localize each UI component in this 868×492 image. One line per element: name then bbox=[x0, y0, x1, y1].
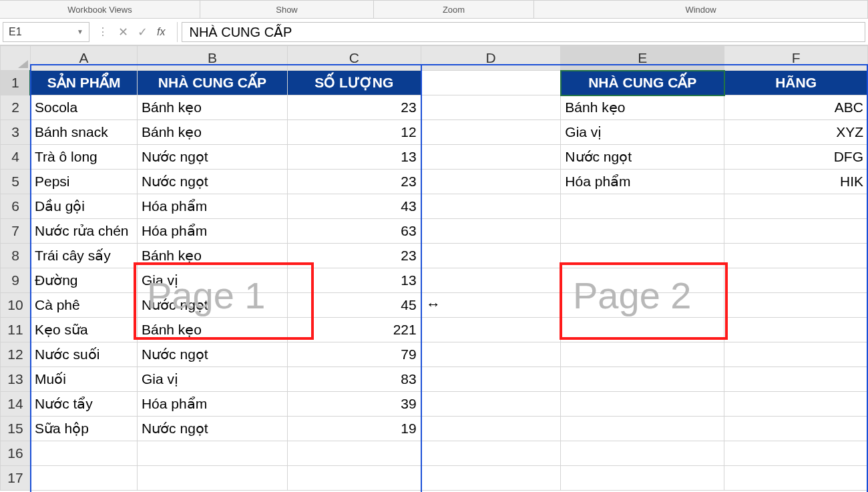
cell[interactable]: Socola bbox=[30, 95, 137, 120]
cell[interactable] bbox=[561, 194, 724, 219]
cell[interactable]: HIK bbox=[724, 170, 868, 194]
cell[interactable]: HÃNG bbox=[724, 71, 868, 95]
cell[interactable]: 23 bbox=[287, 170, 421, 194]
cell[interactable]: Hóa phẩm bbox=[137, 392, 287, 417]
row-head[interactable]: 13 bbox=[1, 367, 31, 392]
table-row[interactable]: 11Kẹo sữaBánh kẹo221 bbox=[1, 318, 868, 342]
col-head-B[interactable]: B bbox=[137, 46, 287, 71]
row-head[interactable]: 6 bbox=[1, 194, 31, 219]
table-row[interactable]: 12Nước suốiNước ngọt79 bbox=[1, 342, 868, 367]
cell[interactable] bbox=[421, 441, 561, 466]
cell[interactable]: Nước ngọt bbox=[137, 293, 287, 318]
table-row[interactable]: 9ĐườngGia vị13 bbox=[1, 268, 868, 293]
cell[interactable] bbox=[561, 318, 724, 342]
cell[interactable]: Nước ngọt bbox=[137, 145, 287, 170]
cell[interactable]: DFG bbox=[724, 145, 868, 170]
cell[interactable] bbox=[724, 268, 868, 293]
cell[interactable]: Dầu gội bbox=[30, 194, 137, 219]
sheet-area[interactable]: A B C D E F 1 SẢN PHẨM NHÀ CUNG CẤP SỐ L… bbox=[0, 45, 868, 492]
cell[interactable] bbox=[137, 466, 287, 491]
cell[interactable] bbox=[421, 367, 561, 392]
row-head[interactable]: 10 bbox=[1, 293, 31, 318]
cell[interactable]: Trà ô long bbox=[30, 145, 137, 170]
cell[interactable]: Bánh kẹo bbox=[137, 318, 287, 342]
cell[interactable] bbox=[421, 71, 561, 95]
cell[interactable] bbox=[724, 318, 868, 342]
cell[interactable]: Muối bbox=[30, 367, 137, 392]
row-head-1[interactable]: 1 bbox=[1, 71, 31, 95]
col-head-F[interactable]: F bbox=[724, 46, 868, 71]
cell[interactable]: Hóa phẩm bbox=[561, 170, 724, 194]
cell-active[interactable]: NHÀ CUNG CẤP bbox=[561, 71, 724, 95]
cell[interactable]: 63 bbox=[287, 219, 421, 244]
cell[interactable] bbox=[561, 244, 724, 268]
cell[interactable] bbox=[421, 466, 561, 491]
row-head[interactable]: 5 bbox=[1, 170, 31, 194]
cell[interactable]: Nước ngọt bbox=[137, 342, 287, 367]
table-row[interactable]: 4Trà ô longNước ngọt13Nước ngọtDFG bbox=[1, 145, 868, 170]
cell[interactable]: Gia vị bbox=[561, 120, 724, 145]
cell[interactable]: 12 bbox=[287, 120, 421, 145]
cell[interactable]: Cà phê bbox=[30, 293, 137, 318]
cell[interactable] bbox=[724, 219, 868, 244]
cell[interactable]: 45 bbox=[287, 293, 421, 318]
cell[interactable] bbox=[724, 194, 868, 219]
row-head[interactable]: 11 bbox=[1, 318, 31, 342]
cell[interactable] bbox=[561, 417, 724, 441]
cell[interactable] bbox=[137, 441, 287, 466]
col-head-D[interactable]: D bbox=[421, 46, 561, 71]
table-row[interactable]: 10Cà phêNước ngọt45 bbox=[1, 293, 868, 318]
table-row[interactable]: 6Dầu gộiHóa phẩm43 bbox=[1, 194, 868, 219]
cell[interactable]: 43 bbox=[287, 194, 421, 219]
cell[interactable]: Bánh kẹo bbox=[137, 244, 287, 268]
col-head-E[interactable]: E bbox=[561, 46, 724, 71]
cell[interactable] bbox=[724, 392, 868, 417]
row-head[interactable]: 17 bbox=[1, 466, 31, 491]
page-break-line-vertical[interactable] bbox=[421, 64, 422, 492]
table-row[interactable]: 17 bbox=[1, 466, 868, 491]
cell[interactable] bbox=[421, 417, 561, 441]
cell[interactable]: XYZ bbox=[724, 120, 868, 145]
enter-icon[interactable]: ✓ bbox=[138, 25, 148, 39]
cell[interactable]: 39 bbox=[287, 392, 421, 417]
cell[interactable] bbox=[724, 244, 868, 268]
cell[interactable] bbox=[561, 367, 724, 392]
cell[interactable] bbox=[421, 293, 561, 318]
cell[interactable]: Bánh snack bbox=[30, 120, 137, 145]
cancel-icon[interactable]: ✕ bbox=[118, 25, 128, 39]
cell[interactable] bbox=[561, 342, 724, 367]
table-row[interactable]: 13MuốiGia vị83 bbox=[1, 367, 868, 392]
table-row[interactable]: 8Trái cây sấyBánh kẹo23 bbox=[1, 244, 868, 268]
row-head[interactable]: 8 bbox=[1, 244, 31, 268]
cell[interactable]: 79 bbox=[287, 342, 421, 367]
cell[interactable] bbox=[724, 367, 868, 392]
col-head-C[interactable]: C bbox=[287, 46, 421, 71]
cell[interactable] bbox=[287, 466, 421, 491]
cell[interactable] bbox=[421, 120, 561, 145]
table-row[interactable]: 2SocolaBánh kẹo23Bánh kẹoABC bbox=[1, 95, 868, 120]
cell[interactable] bbox=[724, 466, 868, 491]
cell[interactable] bbox=[724, 441, 868, 466]
table-row[interactable]: 14Nước tẩyHóa phẩm39 bbox=[1, 392, 868, 417]
row-head[interactable]: 9 bbox=[1, 268, 31, 293]
row-head[interactable]: 3 bbox=[1, 120, 31, 145]
table-row[interactable]: 15Sữa hộpNước ngọt19 bbox=[1, 417, 868, 441]
cell[interactable] bbox=[561, 268, 724, 293]
cell[interactable]: Nước rửa chén bbox=[30, 219, 137, 244]
col-head-A[interactable]: A bbox=[30, 46, 137, 71]
cell[interactable] bbox=[421, 318, 561, 342]
cell[interactable] bbox=[421, 392, 561, 417]
cell[interactable]: 13 bbox=[287, 268, 421, 293]
cell[interactable]: SỐ LƯỢNG bbox=[287, 71, 421, 95]
cell[interactable]: 19 bbox=[287, 417, 421, 441]
cell[interactable]: Hóa phẩm bbox=[137, 194, 287, 219]
cell[interactable]: 221 bbox=[287, 318, 421, 342]
cell[interactable] bbox=[561, 219, 724, 244]
cell[interactable] bbox=[561, 392, 724, 417]
row-head[interactable]: 12 bbox=[1, 342, 31, 367]
cell[interactable]: 23 bbox=[287, 244, 421, 268]
table-row[interactable]: 7Nước rửa chénHóa phẩm63 bbox=[1, 219, 868, 244]
row-head[interactable]: 14 bbox=[1, 392, 31, 417]
fx-icon[interactable]: fx bbox=[157, 26, 165, 38]
row-head[interactable]: 16 bbox=[1, 441, 31, 466]
